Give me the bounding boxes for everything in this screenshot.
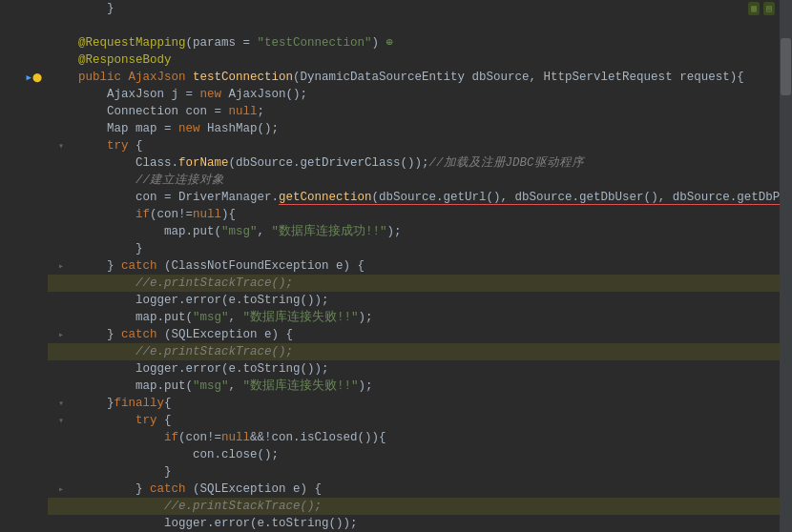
gutter-20 xyxy=(0,326,48,343)
icons-25: ▾ xyxy=(48,412,74,429)
line-23: map.put("msg", "数据库连接失败!!"); xyxy=(0,378,792,395)
line-5: ▶ ⬤ public AjaxJson testConnection(Dynam… xyxy=(0,69,792,86)
icons-29: ▸ xyxy=(48,481,74,498)
gutter-26 xyxy=(0,429,48,446)
line-19: map.put("msg", "数据库连接失败!!"); xyxy=(0,309,792,326)
icons-10 xyxy=(48,154,74,172)
content-11: //建立连接对象 xyxy=(74,172,792,189)
gutter-22 xyxy=(0,360,48,378)
content-28: } xyxy=(74,463,792,481)
scroll-thumb[interactable] xyxy=(781,38,791,95)
content-30: //e.printStackTrace(); xyxy=(74,498,792,515)
icons-22 xyxy=(48,360,74,378)
gutter-27 xyxy=(0,446,48,463)
content-1: } xyxy=(74,0,792,17)
gutter-7 xyxy=(0,103,48,120)
icons-27 xyxy=(48,446,74,463)
line-30: //e.printStackTrace(); xyxy=(0,498,792,515)
line-14: map.put("msg", "数据库连接成功!!"); xyxy=(0,223,792,240)
content-7: Connection con = null; xyxy=(74,103,792,120)
gutter-21 xyxy=(0,343,48,360)
corner-icon-1: ▦ xyxy=(748,2,760,15)
top-right-icons: ▦ ▤ xyxy=(748,2,775,15)
icons-12 xyxy=(48,189,74,206)
line-2 xyxy=(0,17,792,34)
icons-14 xyxy=(48,223,74,240)
content-29: } catch (SQLException e) { xyxy=(74,481,792,498)
gutter-18 xyxy=(0,292,48,309)
content-31: logger.error(e.toString()); xyxy=(74,515,792,532)
icons-23 xyxy=(48,378,74,395)
content-23: map.put("msg", "数据库连接失败!!"); xyxy=(74,378,792,395)
line-18: logger.error(e.toString()); xyxy=(0,292,792,309)
line-21: //e.printStackTrace(); xyxy=(0,343,792,360)
gutter-1 xyxy=(0,0,48,17)
content-9: try { xyxy=(74,137,792,154)
code-area: } @RequestMapping(params = "testConnecti… xyxy=(0,0,792,532)
line-20: ▸ } catch (SQLException e) { xyxy=(0,326,792,343)
gutter-6 xyxy=(0,86,48,103)
icons-4 xyxy=(48,51,74,69)
debug-icon[interactable]: ⬤ xyxy=(32,72,42,83)
content-22: logger.error(e.toString()); xyxy=(74,360,792,378)
line-10: Class.forName(dbSource.getDriverClass())… xyxy=(0,154,792,172)
icons-8 xyxy=(48,120,74,137)
icons-26 xyxy=(48,429,74,446)
line-31: logger.error(e.toString()); xyxy=(0,515,792,532)
gutter-24 xyxy=(0,395,48,412)
content-12: con = DriverManager.getConnection(dbSour… xyxy=(74,189,792,206)
gutter-16 xyxy=(0,257,48,275)
gutter-3 xyxy=(0,34,48,51)
content-25: try { xyxy=(74,412,792,429)
scrollbar[interactable] xyxy=(780,0,792,532)
run-icon[interactable]: ▶ xyxy=(27,72,31,83)
content-24: }finally{ xyxy=(74,395,792,412)
icons-7 xyxy=(48,103,74,120)
icons-18 xyxy=(48,292,74,309)
gutter-11 xyxy=(0,172,48,189)
gutter-14 xyxy=(0,223,48,240)
line-7: Connection con = null; xyxy=(0,103,792,120)
editor-container: ▦ ▤ } @RequestMapping(params = "testConn… xyxy=(0,0,792,532)
line-9: ▾ try { xyxy=(0,137,792,154)
gutter-5: ▶ ⬤ xyxy=(0,69,48,86)
icons-17 xyxy=(48,275,74,292)
gutter-12 xyxy=(0,189,48,206)
line-27: con.close(); xyxy=(0,446,792,463)
icons-28 xyxy=(48,463,74,481)
content-14: map.put("msg", "数据库连接成功!!"); xyxy=(74,223,792,240)
gutter-19 xyxy=(0,309,48,326)
line-28: } xyxy=(0,463,792,481)
gutter-9 xyxy=(0,137,48,154)
gutter-2 xyxy=(0,17,48,34)
gutter-10 xyxy=(0,154,48,172)
icons-5 xyxy=(48,69,74,86)
icons-2 xyxy=(48,17,74,34)
icons-13 xyxy=(48,206,74,223)
icons-19 xyxy=(48,309,74,326)
gutter-25 xyxy=(0,412,48,429)
gutter-29 xyxy=(0,481,48,498)
icons-30 xyxy=(48,498,74,515)
line-29: ▸ } catch (SQLException e) { xyxy=(0,481,792,498)
line-12: con = DriverManager.getConnection(dbSour… xyxy=(0,189,792,206)
content-10: Class.forName(dbSource.getDriverClass())… xyxy=(74,154,792,172)
gutter-30 xyxy=(0,498,48,515)
line-16: ▸ } catch (ClassNotFoundException e) { xyxy=(0,257,792,275)
line-17: //e.printStackTrace(); xyxy=(0,275,792,292)
icons-24: ▾ xyxy=(48,395,74,412)
content-6: AjaxJson j = new AjaxJson(); xyxy=(74,86,792,103)
corner-icon-2: ▤ xyxy=(763,2,775,15)
content-21: //e.printStackTrace(); xyxy=(74,343,792,360)
gutter-4 xyxy=(0,51,48,69)
content-20: } catch (SQLException e) { xyxy=(74,326,792,343)
line-25: ▾ try { xyxy=(0,412,792,429)
gutter-28 xyxy=(0,463,48,481)
content-8: Map map = new HashMap(); xyxy=(74,120,792,137)
icons-11 xyxy=(48,172,74,189)
content-18: logger.error(e.toString()); xyxy=(74,292,792,309)
gutter-13 xyxy=(0,206,48,223)
line-1: } xyxy=(0,0,792,17)
icons-9: ▾ xyxy=(48,137,74,154)
line-3: @RequestMapping(params = "testConnection… xyxy=(0,34,792,51)
